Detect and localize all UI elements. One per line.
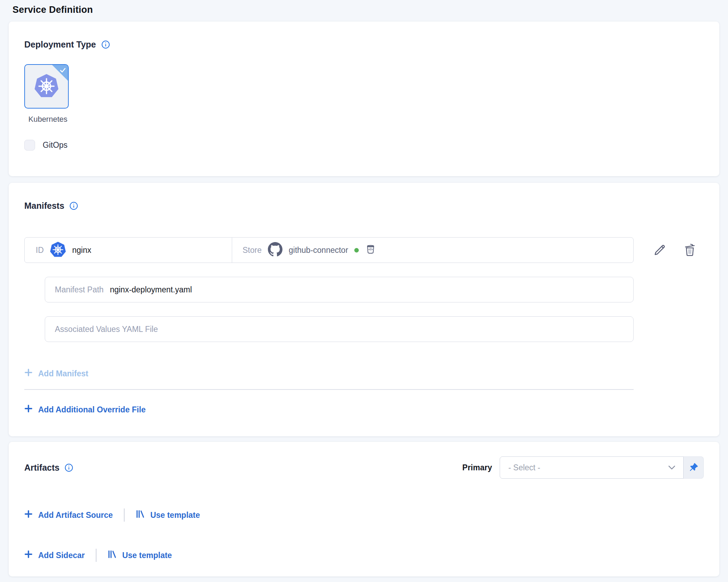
gitops-label: GitOps xyxy=(43,140,68,150)
delete-manifest-button[interactable] xyxy=(683,243,697,257)
artifacts-info-icon[interactable] xyxy=(65,463,73,472)
chevron-down-icon xyxy=(668,465,676,470)
manifest-row-actions xyxy=(652,243,697,257)
code-store-icon: </> xyxy=(365,244,376,256)
values-yaml-placeholder: Associated Values YAML File xyxy=(55,325,158,334)
primary-artifact-select[interactable]: - Select - xyxy=(500,456,684,479)
template-library-icon xyxy=(136,510,145,521)
pin-icon xyxy=(688,462,699,473)
manifest-id-section: ID xyxy=(25,238,232,263)
artifact-source-links: Add Artifact Source Use template xyxy=(24,508,704,522)
service-definition-page: Service Definition Deployment Type xyxy=(0,0,728,576)
primary-label: Primary xyxy=(462,463,492,472)
manifest-path-value: nginx-deployment.yaml xyxy=(110,285,192,294)
links-divider xyxy=(96,549,96,562)
manifest-path-field[interactable]: Manifest Path nginx-deployment.yaml xyxy=(45,277,634,302)
add-manifest-button[interactable]: Add Manifest xyxy=(24,368,88,379)
gitops-checkbox[interactable] xyxy=(24,140,35,151)
kubernetes-manifest-icon xyxy=(50,241,66,259)
manifest-row: ID xyxy=(24,237,704,263)
plus-icon xyxy=(24,510,33,520)
sidecar-links: Add Sidecar Use template xyxy=(24,549,704,562)
deployment-type-card: Deployment Type xyxy=(9,22,719,176)
kubernetes-tile-label: Kubernetes xyxy=(24,115,71,124)
plus-icon xyxy=(24,550,33,560)
plus-icon xyxy=(24,368,33,379)
manifest-id-value: nginx xyxy=(72,246,91,255)
template-library-icon xyxy=(108,550,117,561)
artifacts-card: Artifacts Primary - Select - xyxy=(9,442,719,576)
add-override-file-button[interactable]: Add Additional Override File xyxy=(24,404,146,415)
svg-text:</>: </> xyxy=(369,248,373,251)
manifest-store-section: Store github-connector </> xyxy=(232,238,376,263)
plus-icon xyxy=(24,404,33,415)
manifest-path-label: Manifest Path xyxy=(55,285,104,294)
add-sidecar-button[interactable]: Add Sidecar xyxy=(24,550,85,560)
add-artifact-source-button[interactable]: Add Artifact Source xyxy=(24,510,113,520)
deployment-type-heading: Deployment Type xyxy=(24,40,96,50)
manifests-card: Manifests ID xyxy=(9,183,719,436)
pin-button[interactable] xyxy=(684,456,704,479)
artifacts-heading: Artifacts xyxy=(24,463,59,473)
selected-check-icon xyxy=(59,66,67,75)
manifest-id-label: ID xyxy=(36,246,44,255)
manifests-heading: Manifests xyxy=(24,201,64,211)
use-template-artifact-button[interactable]: Use template xyxy=(136,510,200,521)
values-yaml-field[interactable]: Associated Values YAML File xyxy=(45,316,634,342)
github-icon xyxy=(268,242,282,258)
section-divider xyxy=(24,389,634,390)
links-divider xyxy=(124,508,125,522)
store-label: Store xyxy=(243,246,262,255)
edit-manifest-button[interactable] xyxy=(652,243,667,257)
manifest-summary[interactable]: ID xyxy=(24,237,634,263)
connector-status-dot xyxy=(354,248,359,253)
store-connector-name: github-connector xyxy=(289,246,348,255)
deployment-type-tile-kubernetes[interactable] xyxy=(24,64,69,109)
gitops-option: GitOps xyxy=(24,140,68,151)
page-title: Service Definition xyxy=(12,3,719,16)
kubernetes-icon xyxy=(34,74,59,99)
primary-artifact-group: Primary - Select - xyxy=(462,456,704,479)
deployment-info-icon[interactable] xyxy=(101,40,110,49)
use-template-sidecar-button[interactable]: Use template xyxy=(108,550,172,561)
manifests-info-icon[interactable] xyxy=(69,202,78,210)
select-value: - Select - xyxy=(508,463,540,472)
